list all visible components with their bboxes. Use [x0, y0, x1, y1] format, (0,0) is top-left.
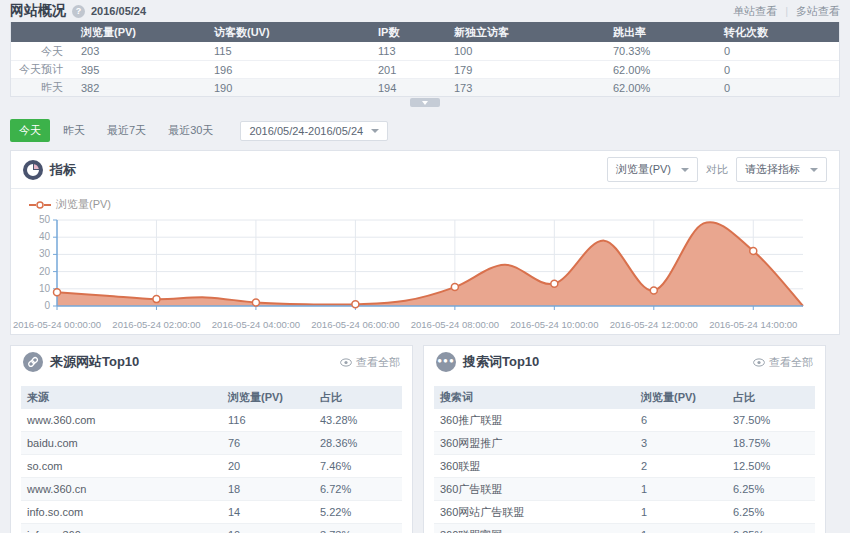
table-row: 360网站广告联盟16.25% [434, 501, 815, 524]
summary-value: 0 [716, 82, 839, 94]
compare-metric-select[interactable]: 请选择指标 [736, 157, 827, 182]
collapse-button[interactable] [410, 98, 440, 107]
compare-label: 对比 [706, 162, 728, 177]
filter-tab-最近30天[interactable]: 最近30天 [159, 119, 222, 142]
table-row: baidu.com7628.36% [21, 432, 402, 455]
multi-site-view-link[interactable]: 多站查看 [796, 4, 840, 19]
table-cell: 20 [222, 460, 314, 472]
table-row: 360联盟官网16.25% [434, 524, 815, 533]
summary-value: 62.00% [605, 82, 716, 94]
metrics-panel-title: 指标 [50, 161, 76, 179]
summary-row-label: 今天 [11, 44, 73, 59]
table-cell: www.360.cn [21, 483, 222, 495]
table-cell: 360网站广告联盟 [434, 505, 635, 520]
table-cell: 7.46% [314, 460, 402, 472]
table-cell: 6.25% [727, 529, 815, 533]
link-separator: | [785, 5, 788, 17]
table-cell: 3 [635, 437, 727, 449]
page-title: 网站概况 [10, 2, 66, 20]
summary-value: 179 [446, 64, 605, 76]
help-icon[interactable]: ? [72, 5, 85, 18]
svg-text:2016-05-24 10:00:00: 2016-05-24 10:00:00 [510, 319, 598, 330]
summary-value: 173 [446, 82, 605, 94]
svg-text:2016-05-24 00:00:00: 2016-05-24 00:00:00 [13, 319, 101, 330]
source-table-header: 来源浏览量(PV)占比 [21, 386, 402, 409]
table-cell: so.com [21, 460, 222, 472]
search-view-all-link[interactable]: 查看全部 [753, 355, 813, 370]
svg-text:30: 30 [39, 248, 51, 259]
source-sites-panel: 来源网站Top10 查看全部 来源浏览量(PV)占比 www.360.com11… [10, 345, 413, 533]
summary-value: 190 [206, 82, 370, 94]
summary-value: 113 [370, 45, 446, 57]
chevron-down-icon [810, 168, 818, 172]
chart-legend[interactable]: 浏览量(PV) [11, 189, 839, 212]
table-row: 360广告联盟16.25% [434, 478, 815, 501]
svg-text:40: 40 [39, 231, 51, 242]
svg-text:2016-05-24 08:00:00: 2016-05-24 08:00:00 [411, 319, 499, 330]
single-site-view-link[interactable]: 单站查看 [733, 4, 777, 19]
summary-column-header: IP数 [370, 25, 446, 40]
table-row: 360网盟推广318.75% [434, 432, 815, 455]
date-range-picker[interactable]: 2016/05/24-2016/05/24 [240, 121, 388, 141]
svg-text:50: 50 [39, 214, 51, 225]
svg-text:0: 0 [44, 300, 50, 311]
summary-value: 100 [446, 45, 605, 57]
summary-value: 0 [716, 64, 839, 76]
column-header: 浏览量(PV) [635, 390, 727, 405]
summary-row: 昨天38219019417362.00%0 [11, 78, 839, 96]
topbar-date: 2016/05/24 [91, 5, 146, 17]
table-cell: 6.72% [314, 483, 402, 495]
summary-table-header: 浏览量(PV)访客数(UV)IP数新独立访客跳出率转化次数 [11, 22, 839, 42]
table-row: info.so.360.cn103.73% [21, 524, 402, 533]
filter-tab-最近7天[interactable]: 最近7天 [98, 119, 155, 142]
table-cell: 360联盟 [434, 459, 635, 474]
source-view-all-link[interactable]: 查看全部 [340, 355, 400, 370]
summary-column-header: 跳出率 [605, 25, 716, 40]
table-row: info.so.com145.22% [21, 501, 402, 524]
table-cell: 5.22% [314, 506, 402, 518]
search-table-body: 360推广联盟637.50%360网盟推广318.75%360联盟212.50%… [434, 409, 815, 533]
summary-table-body: 今天20311511310070.33%0今天预计39519620117962.… [11, 42, 839, 96]
metrics-panel: 指标 浏览量(PV) 对比 请选择指标 浏览量(PV) [10, 150, 840, 335]
table-cell: 37.50% [727, 414, 815, 426]
summary-column-header: 浏览量(PV) [73, 25, 206, 40]
filter-tab-今天[interactable]: 今天 [10, 119, 50, 142]
summary-column-header: 转化次数 [716, 25, 839, 40]
summary-value: 382 [73, 82, 206, 94]
chevron-down-icon [371, 129, 379, 133]
link-icon [23, 352, 43, 372]
table-cell: 360网盟推广 [434, 436, 635, 451]
metric-select[interactable]: 浏览量(PV) [607, 157, 698, 182]
table-row: 360推广联盟637.50% [434, 409, 815, 432]
table-cell: 360推广联盟 [434, 413, 635, 428]
date-range-value: 2016/05/24-2016/05/24 [249, 125, 363, 137]
table-row: so.com207.46% [21, 455, 402, 478]
table-cell: 6 [635, 414, 727, 426]
svg-text:10: 10 [39, 283, 51, 294]
ellipsis-icon: ●●● [436, 352, 456, 372]
view-all-label: 查看全部 [356, 355, 400, 370]
metrics-pie-icon [23, 160, 43, 180]
column-header: 来源 [21, 390, 222, 405]
table-cell: 28.36% [314, 437, 402, 449]
pv-trend-chart[interactable]: 010203040502016-05-24 00:00:002016-05-24… [11, 212, 839, 334]
table-cell: 1 [635, 506, 727, 518]
table-cell: 2 [635, 460, 727, 472]
svg-text:2016-05-24 12:00:00: 2016-05-24 12:00:00 [610, 319, 698, 330]
table-cell: 1 [635, 529, 727, 533]
date-filter-row: 今天昨天最近7天最近30天 2016/05/24-2016/05/24 [10, 119, 840, 142]
summary-value: 0 [716, 45, 839, 57]
table-cell: info.so.360.cn [21, 529, 222, 533]
column-header: 占比 [314, 390, 402, 405]
source-table-body: www.360.com11643.28%baidu.com7628.36%so.… [21, 409, 402, 533]
summary-value: 196 [206, 64, 370, 76]
summary-row: 今天20311511310070.33%0 [11, 42, 839, 60]
summary-row-label: 昨天 [11, 80, 73, 95]
table-cell: 116 [222, 414, 314, 426]
source-panel-title: 来源网站Top10 [50, 353, 139, 371]
filter-tab-昨天[interactable]: 昨天 [54, 119, 94, 142]
chevron-down-icon [422, 101, 428, 105]
search-terms-panel: ●●● 搜索词Top10 查看全部 搜索词浏览量(PV)占比 360推广联盟63… [423, 345, 826, 533]
view-all-label: 查看全部 [769, 355, 813, 370]
table-row: www.360.cn186.72% [21, 478, 402, 501]
